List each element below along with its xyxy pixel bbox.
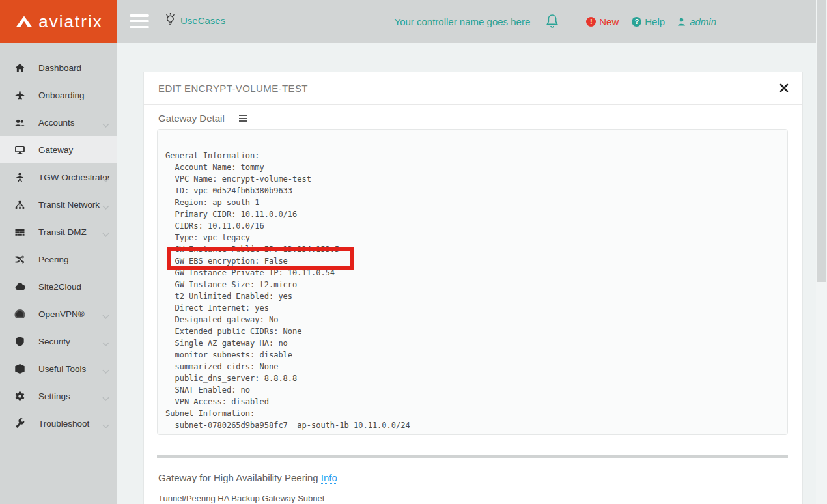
- chevron-down-icon: [102, 174, 109, 179]
- sidebar-item-label: Peering: [38, 255, 69, 264]
- sidebar-item-label: Onboarding: [38, 91, 85, 100]
- chevron-down-icon: [102, 365, 109, 371]
- panel-header: EDIT ENCRYPT-VOLUME-TEST: [144, 72, 802, 105]
- person-icon: [677, 17, 686, 27]
- sidebar-item-label: Security: [38, 337, 70, 346]
- sidebar-item-label: OpenVPN®: [38, 309, 85, 319]
- gateway-detail-text: General Information: Account Name: tommy…: [158, 130, 787, 431]
- gateway-detail-section: Gateway Detail: [158, 113, 247, 124]
- sidebar-item-label: Transit DMZ: [38, 227, 87, 237]
- lightbulb-icon: [165, 13, 176, 27]
- sidebar-item-label: Useful Tools: [38, 364, 86, 374]
- admin-label: admin: [690, 16, 716, 27]
- users-icon: [14, 117, 25, 128]
- sidebar-item-label: Troubleshoot: [38, 419, 89, 428]
- chevron-down-icon: [102, 393, 109, 398]
- info-link[interactable]: Info: [321, 472, 337, 484]
- sidebar-item-openvpn[interactable]: OpenVPN®: [0, 300, 117, 328]
- new-button[interactable]: ! New: [586, 16, 619, 27]
- notification-bell-icon[interactable]: [544, 13, 560, 30]
- close-icon[interactable]: [779, 83, 789, 93]
- alert-circle-icon: !: [586, 17, 596, 27]
- cube-icon: [14, 363, 25, 374]
- sidebar-item-gateway[interactable]: Gateway: [0, 136, 117, 163]
- sidebar-item-label: Dashboard: [38, 63, 81, 73]
- sidebar-item-label: TGW Orchestrator: [38, 173, 110, 182]
- sidebar-item-useful-tools[interactable]: Useful Tools: [0, 355, 117, 382]
- sidebar-item-label: Gateway: [38, 145, 73, 155]
- usecases-link[interactable]: UseCases: [165, 13, 225, 27]
- crossing-arrows-icon: [14, 254, 25, 265]
- sidebar-item-label: Settings: [38, 391, 70, 401]
- cloud-icon: [14, 281, 25, 292]
- header-right-group: Your controller name goes here ! New ? H…: [395, 0, 716, 43]
- sidebar-item-label: Site2Cloud: [38, 282, 81, 292]
- logo-text: aviatrix: [38, 12, 102, 32]
- chevron-down-icon: [102, 338, 109, 343]
- orchestrator-icon: [14, 172, 25, 183]
- sidebar-item-transit-dmz[interactable]: Transit DMZ: [0, 218, 117, 245]
- wrench-icon: [14, 418, 25, 429]
- top-header: aviatrix UseCases Your controller name g…: [0, 0, 827, 43]
- aviatrix-logo[interactable]: aviatrix: [0, 0, 117, 43]
- sidebar-nav: DashboardOnboardingAccountsGatewayTGW Or…: [0, 43, 117, 504]
- edit-gateway-panel: EDIT ENCRYPT-VOLUME-TEST Gateway Detail …: [143, 72, 803, 504]
- plane-icon: [14, 90, 25, 101]
- brick-wall-icon: [14, 227, 25, 238]
- sidebar-item-security[interactable]: Security: [0, 328, 117, 355]
- aviatrix-chevron-icon: [14, 14, 34, 29]
- admin-user-menu[interactable]: admin: [677, 16, 716, 27]
- monitor-icon: [14, 145, 25, 156]
- sidebar-item-site2cloud[interactable]: Site2Cloud: [0, 273, 117, 300]
- sidebar-item-onboarding[interactable]: Onboarding: [0, 81, 117, 109]
- highlight-box-gw-ebs-encryption: [167, 247, 354, 270]
- sidebar-item-label: Transit Network: [38, 200, 100, 210]
- panel-title: EDIT ENCRYPT-VOLUME-TEST: [158, 83, 308, 94]
- chevron-down-icon: [102, 201, 109, 206]
- sidebar-item-dashboard[interactable]: Dashboard: [0, 54, 117, 81]
- chevron-down-icon: [102, 311, 109, 316]
- section-title: Gateway Detail: [158, 113, 225, 124]
- sidebar-item-label: Accounts: [38, 118, 75, 128]
- sidebar-item-troubleshoot[interactable]: Troubleshoot: [0, 410, 117, 437]
- network-tree-icon: [14, 199, 25, 210]
- home-icon: [14, 63, 25, 74]
- section-menu-icon[interactable]: [239, 115, 247, 122]
- sidebar-item-transit-network[interactable]: Transit Network: [0, 191, 117, 218]
- gear-icon: [14, 391, 25, 402]
- hamburger-menu-icon[interactable]: [130, 14, 149, 28]
- sidebar-item-settings[interactable]: Settings: [0, 382, 117, 410]
- chevron-down-icon: [102, 229, 109, 234]
- gateway-detail-box: General Information: Account Name: tommy…: [157, 129, 788, 435]
- shield-icon: [14, 336, 25, 347]
- signal-rings-icon: [14, 309, 25, 320]
- chevron-down-icon: [102, 119, 109, 124]
- ha-backup-subnet-label: Tunnel/Peering HA Backup Gateway Subnet: [158, 494, 324, 503]
- sidebar-item-accounts[interactable]: Accounts: [0, 109, 117, 136]
- chevron-down-icon: [102, 420, 109, 425]
- sidebar-item-peering[interactable]: Peering: [0, 245, 117, 273]
- help-label: Help: [645, 16, 665, 27]
- new-label: New: [599, 16, 619, 27]
- vertical-scrollbar[interactable]: [816, 0, 827, 504]
- scrollbar-thumb[interactable]: [817, 0, 826, 282]
- sidebar-item-tgw-orchestrator[interactable]: TGW Orchestrator: [0, 163, 117, 191]
- usecases-label: UseCases: [180, 15, 225, 26]
- help-link[interactable]: ? Help: [632, 16, 665, 27]
- controller-name: Your controller name goes here: [395, 16, 531, 27]
- ha-peering-title: Gateway for High Availability Peering In…: [158, 472, 337, 483]
- question-circle-icon: ?: [632, 17, 641, 27]
- section-divider: [157, 455, 788, 458]
